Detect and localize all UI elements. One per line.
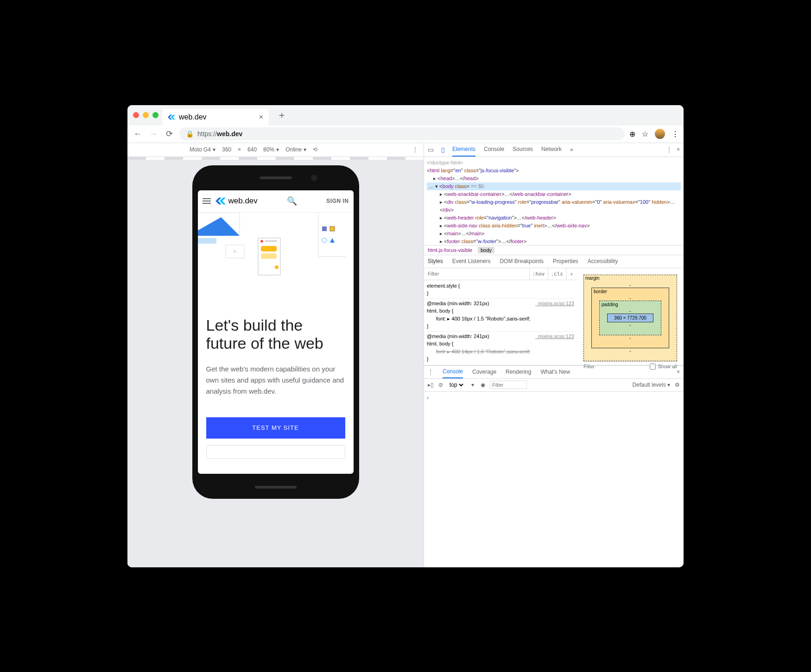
breadcrumb: html.js-focus-visible body	[424, 245, 684, 255]
dropdown-icon: ▾	[276, 146, 279, 153]
dom-node[interactable]: ▸ <web-header role="navigation">…</web-h…	[427, 214, 681, 222]
rule-element-style: element.style {	[427, 282, 574, 290]
titlebar: web.dev × ＋	[127, 105, 684, 126]
context-select[interactable]: top	[448, 381, 465, 389]
profile-avatar[interactable]	[655, 129, 665, 139]
crumb-html[interactable]: html.js-focus-visible	[428, 247, 472, 253]
emulated-screen[interactable]: web.dev 🔍 SIGN IN Let's build th	[198, 190, 354, 474]
tab-sources[interactable]: Sources	[513, 143, 533, 157]
device-viewport: web.dev 🔍 SIGN IN Let's build th	[127, 160, 424, 567]
url-text: https://web.dev	[197, 130, 242, 138]
hero-illustration	[198, 213, 346, 291]
dom-node[interactable]: ▸ <footer class="w-footer">…</footer>	[427, 238, 681, 245]
drawer-tab-coverage[interactable]: Coverage	[472, 369, 496, 375]
console-filter-input[interactable]	[490, 381, 527, 389]
drawer-tab-whatsnew[interactable]: What's New	[540, 369, 570, 375]
svg-rect-3	[318, 213, 346, 257]
clear-console-icon[interactable]: ⊘	[438, 382, 443, 388]
tab-network[interactable]: Network	[541, 143, 562, 157]
svg-rect-2	[198, 238, 216, 244]
tab-console[interactable]: Console	[484, 143, 504, 157]
dom-node[interactable]: ▸ <web-side-nav class aria-hidden="true"…	[427, 222, 681, 230]
subtab-properties[interactable]: Properties	[553, 258, 578, 264]
devtools-close-icon[interactable]: ×	[677, 146, 680, 153]
hero-subtext: Get the web's modern capabilities on you…	[206, 364, 345, 397]
throttle-select[interactable]: Online ▾	[285, 146, 306, 153]
close-tab-icon[interactable]: ×	[259, 113, 263, 121]
devtools-menu-icon[interactable]: ⋮	[666, 146, 672, 153]
menu-icon[interactable]	[203, 198, 211, 204]
svg-rect-10	[265, 240, 277, 242]
device-width[interactable]: 360	[222, 146, 231, 153]
log-levels-select[interactable]: Default levels ▾	[633, 382, 670, 388]
console-sidebar-icon[interactable]: ▸▯	[428, 382, 434, 388]
cta-button[interactable]: TEST MY SITE	[206, 417, 345, 439]
add-page-icon[interactable]: ⊕	[629, 130, 635, 138]
dom-tree[interactable]: <!doctype html> <html lang="en" class="j…	[424, 157, 684, 245]
cls-toggle[interactable]: .cls	[548, 268, 566, 280]
maximize-window-button[interactable]	[152, 112, 158, 118]
dom-head[interactable]: ▸ <head>…</head>	[427, 175, 681, 182]
source-link[interactable]: _mixins.scss:123	[535, 333, 574, 340]
console-body[interactable]: ›	[424, 392, 684, 567]
inspect-element-icon[interactable]: ▭	[424, 146, 437, 153]
more-tabs-icon[interactable]: »	[570, 146, 573, 153]
drawer-tab-console[interactable]: Console	[443, 366, 463, 378]
subtab-styles[interactable]: Styles	[428, 258, 443, 264]
signin-button[interactable]: SIGN IN	[326, 198, 348, 204]
style-rules[interactable]: element.style { } _mixins.scss:123 @medi…	[424, 280, 577, 365]
device-toggle-icon[interactable]: ▯	[437, 146, 449, 153]
svg-point-9	[260, 240, 263, 243]
subtab-accessibility[interactable]: Accessibility	[588, 258, 618, 264]
favicon-icon	[168, 113, 175, 121]
drawer-menu-icon[interactable]: ⋮	[428, 369, 433, 375]
dom-node[interactable]: ▸ <div class="w-loading-progress" role="…	[427, 198, 681, 214]
hov-toggle[interactable]: :hov	[529, 268, 548, 280]
back-button[interactable]: ←	[132, 128, 143, 139]
svg-rect-11	[261, 246, 277, 251]
drawer-close-icon[interactable]: ×	[677, 369, 680, 375]
source-link[interactable]: _mixins.scss:123	[535, 300, 574, 308]
subtab-event-listeners[interactable]: Event Listeners	[452, 258, 491, 264]
site-header: web.dev 🔍 SIGN IN	[198, 190, 354, 213]
site-logo[interactable]: web.dev	[215, 196, 258, 206]
dom-node[interactable]: ▸ <web-snackbar-container>…</web-snackba…	[427, 190, 681, 198]
add-class-icon[interactable]: ＋	[566, 268, 577, 280]
device-more-icon[interactable]: ⋮	[412, 146, 418, 153]
star-icon[interactable]: ☆	[642, 130, 648, 138]
drawer-tab-rendering[interactable]: Rendering	[506, 369, 531, 375]
device-height[interactable]: 640	[247, 146, 257, 153]
forward-button[interactable]: →	[148, 128, 159, 139]
window-controls	[133, 112, 158, 118]
close-window-button[interactable]	[133, 112, 139, 118]
browser-window: web.dev × ＋ ← → ⟳ 🔒 https://web.dev ⊕ ☆ …	[127, 105, 684, 567]
style-filter-input[interactable]	[424, 271, 529, 276]
dom-node[interactable]: ▸ <main>…</main>	[427, 230, 681, 238]
browser-tab[interactable]: web.dev ×	[162, 109, 269, 126]
times-icon: ×	[238, 146, 241, 153]
page-pane: Moto G4 ▾ 360 × 640 80% ▾ Online ▾ ⟲ ⋮ w…	[127, 143, 424, 567]
live-expression-icon[interactable]: ◉	[481, 382, 485, 388]
url-input[interactable]: 🔒 https://web.dev	[179, 127, 625, 140]
hero: Let's build the future of the web Get th…	[198, 213, 354, 474]
new-tab-button[interactable]: ＋	[272, 109, 291, 121]
dom-html[interactable]: <html lang="en" class="js-focus-visible"…	[427, 167, 681, 175]
hero-heading: Let's build the future of the web	[206, 316, 345, 352]
dom-body-selected[interactable]: … ▾ <body class> == $0	[427, 182, 681, 190]
styles-tabs: Styles Event Listeners DOM Breakpoints P…	[424, 255, 684, 268]
search-icon[interactable]: 🔍	[287, 196, 297, 206]
prompt-icon: ›	[427, 395, 429, 401]
device-select[interactable]: Moto G4 ▾	[190, 146, 215, 153]
reload-button[interactable]: ⟳	[164, 128, 175, 139]
subtab-dom-breakpoints[interactable]: DOM Breakpoints	[500, 258, 544, 264]
tab-elements[interactable]: Elements	[452, 143, 475, 157]
zoom-select[interactable]: 80% ▾	[263, 146, 279, 153]
crumb-body[interactable]: body	[478, 247, 494, 253]
kebab-menu-icon[interactable]: ⋮	[672, 130, 679, 138]
address-bar: ← → ⟳ 🔒 https://web.dev ⊕ ☆ ⋮	[127, 126, 684, 143]
device-toolbar: Moto G4 ▾ 360 × 640 80% ▾ Online ▾ ⟲ ⋮	[127, 143, 424, 157]
svg-rect-4	[322, 226, 327, 231]
minimize-window-button[interactable]	[143, 112, 149, 118]
rotate-icon[interactable]: ⟲	[313, 146, 317, 153]
console-settings-icon[interactable]: ⚙	[675, 382, 680, 388]
